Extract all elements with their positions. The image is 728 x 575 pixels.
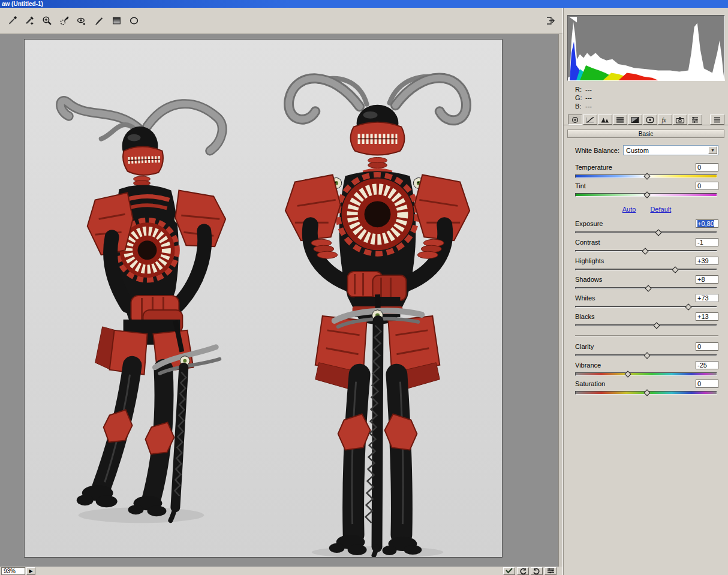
slider-label: Exposure bbox=[575, 220, 696, 227]
zoom-plus-icon bbox=[42, 16, 52, 26]
red-eye-icon bbox=[77, 16, 87, 26]
divider bbox=[575, 335, 718, 336]
contrast-slider-thumb[interactable] bbox=[642, 248, 648, 254]
basic-icon bbox=[570, 116, 580, 124]
brush-icon bbox=[94, 16, 104, 26]
highlights-slider-thumb[interactable] bbox=[672, 266, 679, 273]
selected-text: +0,80 bbox=[697, 220, 714, 227]
exposure-slider-thumb[interactable] bbox=[655, 229, 661, 236]
red-eye-tool[interactable] bbox=[74, 14, 89, 28]
zoom-dropdown-arrow-icon[interactable]: ▶ bbox=[26, 567, 35, 575]
white-balance-select[interactable]: Custom ▼ bbox=[623, 145, 718, 155]
rotate-left-icon[interactable] bbox=[517, 567, 529, 575]
preview-canvas[interactable] bbox=[0, 34, 562, 567]
tab-lens-corrections[interactable] bbox=[643, 115, 657, 125]
titlebar: aw (Untitled-1) bbox=[0, 0, 728, 8]
exposure-slider-track[interactable] bbox=[575, 231, 717, 233]
camera-raw-window: aw (Untitled-1) bbox=[0, 0, 728, 575]
highlights-slider-track[interactable] bbox=[575, 269, 717, 270]
rgb-row-b: B:--- bbox=[575, 102, 728, 110]
graduated-filter-tool[interactable] bbox=[109, 14, 124, 28]
slider-label: Highlights bbox=[575, 257, 696, 264]
clarity-slider-thumb[interactable] bbox=[643, 352, 650, 359]
highlights-value-input[interactable]: +39 bbox=[696, 257, 718, 265]
contrast-value-input[interactable]: -1 bbox=[696, 238, 718, 246]
ellipse-tool[interactable] bbox=[127, 14, 141, 28]
vertical-scrollbar[interactable] bbox=[558, 34, 562, 567]
rgb-readout: R:--- G:--- B:--- bbox=[563, 81, 728, 113]
tab-basic[interactable] bbox=[568, 115, 582, 125]
slider-label: Temperature bbox=[575, 164, 696, 171]
slider-label: Vibrance bbox=[575, 362, 696, 369]
blacks-slider-track[interactable] bbox=[575, 324, 717, 326]
shadows-slider-thumb[interactable] bbox=[645, 285, 651, 291]
hsl-icon bbox=[615, 116, 625, 124]
blacks-slider-thumb[interactable] bbox=[654, 322, 660, 329]
tab-hsl-grayscale[interactable] bbox=[613, 115, 627, 125]
slider-label: Saturation bbox=[575, 380, 696, 387]
shadows-value-input[interactable]: +8 bbox=[696, 275, 718, 284]
graduated-filter-icon bbox=[112, 16, 122, 26]
adjustment-brush-tool[interactable] bbox=[92, 14, 106, 28]
zoom-level[interactable]: 93% bbox=[1, 567, 25, 575]
exposure-value-input[interactable]: +0,80 bbox=[696, 219, 718, 228]
rgb-row-g: G:--- bbox=[575, 94, 728, 102]
histogram[interactable] bbox=[567, 15, 725, 81]
spot-removal-icon bbox=[59, 16, 70, 26]
vibrance-slider-track[interactable] bbox=[575, 372, 717, 376]
vibrance-value-input[interactable]: -25 bbox=[696, 361, 718, 369]
tab-effects[interactable]: fx bbox=[658, 115, 672, 125]
open-image-tool[interactable] bbox=[543, 14, 558, 28]
tab-detail[interactable] bbox=[598, 115, 612, 125]
eyedropper-tool[interactable] bbox=[5, 14, 19, 28]
blacks-value-input[interactable]: +13 bbox=[696, 312, 718, 321]
whites-slider-track[interactable] bbox=[575, 306, 717, 308]
tab-tone-curve[interactable] bbox=[583, 115, 597, 125]
open-image-icon bbox=[545, 16, 556, 26]
slider-label: Shadows bbox=[575, 276, 696, 283]
window-title: aw (Untitled-1) bbox=[2, 1, 43, 7]
zoom-tool[interactable] bbox=[40, 14, 54, 28]
whites-value-input[interactable]: +73 bbox=[696, 294, 718, 302]
whites-slider-thumb[interactable] bbox=[685, 303, 691, 310]
rotate-right-icon[interactable] bbox=[531, 567, 543, 575]
basic-panel-header: Basic bbox=[567, 130, 724, 138]
lens-icon bbox=[645, 116, 655, 124]
preferences-lines-icon[interactable] bbox=[545, 567, 556, 575]
color-sampler-icon bbox=[25, 16, 35, 26]
default-link[interactable]: Default bbox=[650, 206, 671, 213]
chevron-down-icon[interactable]: ▼ bbox=[708, 146, 717, 154]
slider-temperature: Temperature 0 bbox=[575, 162, 718, 180]
clarity-value-input[interactable]: 0 bbox=[696, 342, 718, 351]
rgb-row-r: R:--- bbox=[575, 85, 728, 94]
slider-label: Contrast bbox=[575, 239, 696, 246]
panel-menu-button[interactable] bbox=[710, 115, 724, 125]
preview-image[interactable] bbox=[24, 39, 503, 558]
tab-presets[interactable] bbox=[688, 115, 702, 125]
tint-value-input[interactable]: 0 bbox=[696, 182, 718, 190]
slider-tint: Tint 0 bbox=[575, 181, 718, 198]
spot-removal-tool[interactable] bbox=[57, 14, 71, 28]
saturation-value-input[interactable]: 0 bbox=[696, 380, 718, 388]
slider-highlights: Highlights +39 bbox=[575, 256, 718, 273]
temperature-value-input[interactable]: 0 bbox=[696, 163, 718, 171]
svg-text:fx: fx bbox=[662, 117, 667, 124]
camera-icon bbox=[675, 116, 685, 124]
split-toning-icon bbox=[630, 116, 640, 124]
check-mark-icon[interactable] bbox=[503, 567, 515, 575]
tab-camera-calibration[interactable] bbox=[673, 115, 687, 125]
fx-icon: fx bbox=[660, 116, 670, 124]
auto-link[interactable]: Auto bbox=[622, 206, 636, 213]
white-balance-label: White Balance: bbox=[575, 147, 619, 154]
panel-tabs: fx bbox=[563, 113, 728, 125]
slider-exposure: Exposure +0,80 bbox=[575, 219, 718, 236]
color-sampler-tool[interactable] bbox=[22, 14, 37, 28]
white-balance-value: Custom bbox=[626, 147, 649, 154]
slider-blacks: Blacks +13 bbox=[575, 312, 718, 329]
tone-curve-icon bbox=[585, 116, 595, 124]
histogram-plot bbox=[568, 16, 724, 80]
ellipse-icon bbox=[129, 16, 139, 26]
slider-whites: Whites +73 bbox=[575, 293, 718, 311]
tab-split-toning[interactable] bbox=[628, 115, 642, 125]
character-artwork bbox=[25, 40, 502, 557]
